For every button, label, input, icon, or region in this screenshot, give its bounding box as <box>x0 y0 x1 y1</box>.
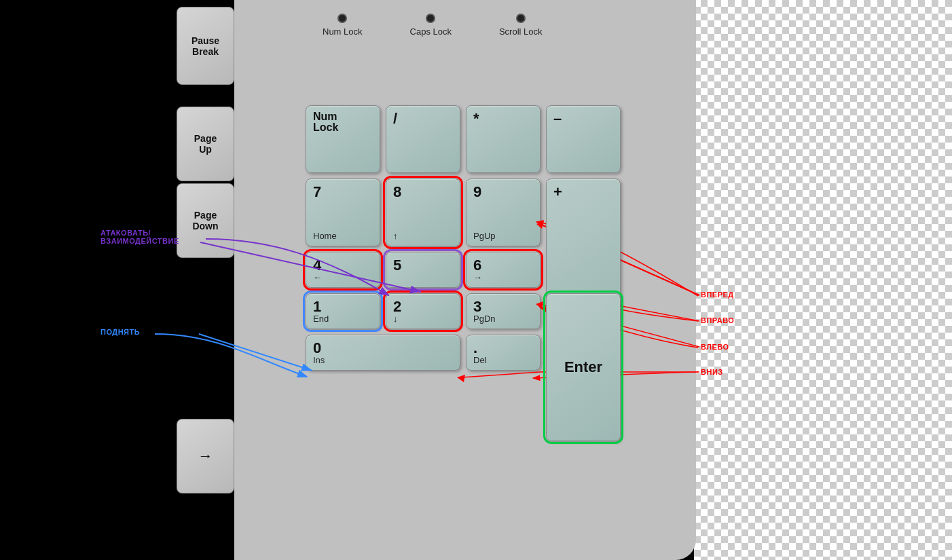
num6-key[interactable]: 6 → <box>466 252 541 288</box>
plus-main: + <box>553 185 613 200</box>
num4-key[interactable]: 4 ← <box>306 252 380 288</box>
scroll-lock-led: Scroll Lock <box>499 14 543 37</box>
enter-main: Enter <box>564 360 602 375</box>
divide-main: / <box>393 111 453 126</box>
num5-key[interactable]: 5 <box>386 252 460 288</box>
page-down-key[interactable]: PageDown <box>177 183 234 258</box>
num7-main: 7 <box>313 185 373 200</box>
scroll-lock-label: Scroll Lock <box>499 26 543 37</box>
arrow-right-key[interactable]: → <box>177 419 234 493</box>
num7-key[interactable]: 7 Home <box>306 179 380 246</box>
dot-key[interactable]: . Del <box>466 335 541 371</box>
num1-sub: End <box>313 314 373 323</box>
num7-sub: Home <box>313 231 373 240</box>
minus-key[interactable]: – <box>546 105 621 173</box>
num8-key[interactable]: 8 ↑ <box>386 179 460 246</box>
num0-key[interactable]: 0 Ins <box>306 335 460 371</box>
num1-main: 1 <box>313 299 373 314</box>
num2-key[interactable]: 2 ↓ <box>386 293 460 329</box>
num3-main: 3 <box>473 299 533 314</box>
multiply-key[interactable]: * <box>466 105 541 173</box>
num6-main: 6 <box>473 258 533 273</box>
page-up-key[interactable]: PageUp <box>177 107 234 181</box>
pause-break-key[interactable]: PauseBreak <box>177 7 234 85</box>
num3-key[interactable]: 3 PgDn <box>466 293 541 329</box>
transparent-background <box>694 0 952 560</box>
num5-main: 5 <box>393 258 453 273</box>
num8-main: 8 <box>393 185 453 200</box>
num-lock-led: Num Lock <box>323 14 363 37</box>
caps-lock-dot <box>426 14 435 23</box>
caps-lock-led: Caps Lock <box>410 14 452 37</box>
num0-main: 0 <box>313 341 453 356</box>
num3-sub: PgDn <box>473 314 533 323</box>
num1-key[interactable]: 1 End <box>306 293 380 329</box>
num-lock-dot <box>337 14 347 23</box>
multiply-main: * <box>473 111 533 126</box>
num4-sub: ← <box>313 273 373 282</box>
dot-sub: Del <box>473 356 533 365</box>
keyboard-body: Num Lock Caps Lock Scroll Lock NumLock /… <box>234 0 696 560</box>
enter-key[interactable]: Enter <box>546 293 621 441</box>
divide-key[interactable]: / <box>386 105 460 173</box>
num-lock-key[interactable]: NumLock <box>306 105 380 173</box>
minus-main: – <box>553 111 613 126</box>
num-lock-label: Num Lock <box>323 26 363 37</box>
num-lock-main: NumLock <box>313 111 373 133</box>
num8-sub: ↑ <box>393 231 453 240</box>
num9-sub: PgUp <box>473 231 533 240</box>
num6-sub: → <box>473 273 533 282</box>
num2-main: 2 <box>393 299 453 314</box>
caps-lock-label: Caps Lock <box>410 26 452 37</box>
left-key-area: PauseBreak PageUp PageDown → <box>0 0 234 560</box>
dot-main: . <box>473 341 533 356</box>
num2-sub: ↓ <box>393 314 453 323</box>
num9-key[interactable]: 9 PgUp <box>466 179 541 246</box>
led-indicators: Num Lock Caps Lock Scroll Lock <box>323 14 543 37</box>
num4-main: 4 <box>313 258 373 273</box>
scroll-lock-dot <box>516 14 526 23</box>
num9-main: 9 <box>473 185 533 200</box>
num0-sub: Ins <box>313 356 453 365</box>
